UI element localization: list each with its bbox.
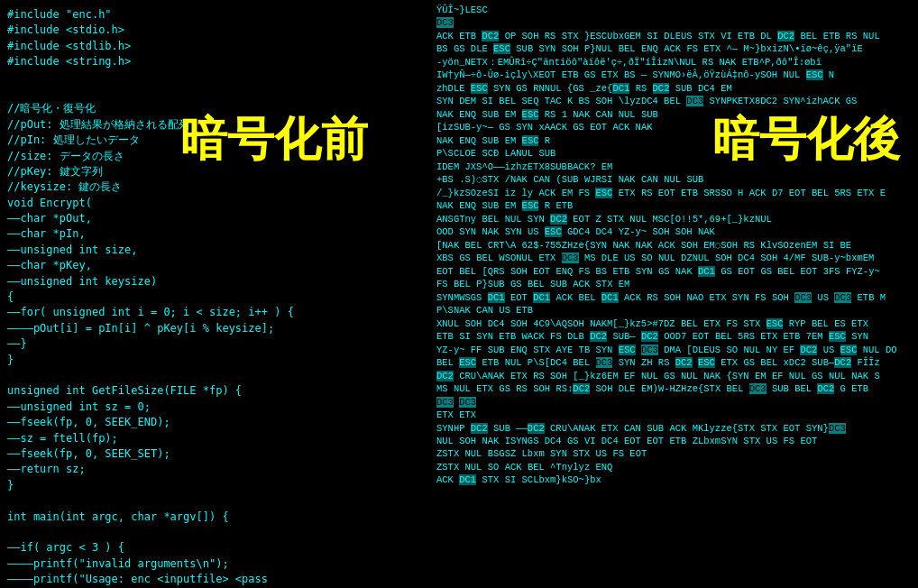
right-panel: 暗号化後 ŸÛÎ~}LESCDC3ACK ETB DC2 OP SOH RS S… <box>433 0 918 588</box>
source-code: #include "enc.h" #include <stdio.h> #inc… <box>7 7 426 587</box>
binary-output: ŸÛÎ~}LESCDC3ACK ETB DC2 OP SOH RS STX }E… <box>436 4 914 487</box>
left-panel: #include "enc.h" #include <stdio.h> #inc… <box>0 0 433 588</box>
label-after: 暗号化後 <box>712 108 900 171</box>
label-before: 暗号化前 <box>180 108 368 171</box>
